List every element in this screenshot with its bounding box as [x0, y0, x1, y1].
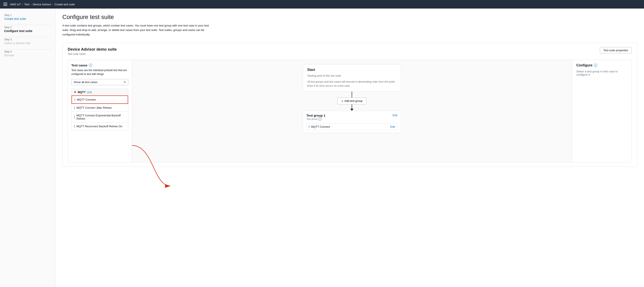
add-group-label: Add test group	[344, 99, 362, 102]
down-arrow	[350, 104, 354, 111]
suite-header: Device Advisor demo suite Test suite nam…	[68, 47, 632, 56]
test-case-mqtt-jitter-label: MQTT Connect Jitter Retries	[76, 106, 112, 109]
start-title: Start	[307, 68, 396, 72]
test-case-row-mqtt-connect: MQTT Connect Edit	[306, 123, 398, 130]
test-case-mqtt-connect-label: MQTT Connect	[77, 98, 96, 101]
mqtt-group-header: ▼ MQTT (14)	[72, 89, 128, 96]
mqtt-group-label: MQTT	[78, 90, 86, 94]
step-1: Step 1 Create test suite	[4, 14, 51, 20]
start-desc-2: All test groups and test cases will exec…	[307, 80, 396, 88]
breadcrumb-current: Create test suite	[54, 3, 75, 6]
test-cases-title: Test cases i	[71, 64, 128, 67]
breadcrumb-test[interactable]: Test	[24, 3, 30, 6]
step-3-title: Select a device role	[4, 42, 51, 45]
drag-handle-icon	[74, 98, 75, 101]
arrow-line	[352, 104, 352, 109]
suite-name-block: Device Advisor demo suite Test suite nam…	[68, 47, 116, 56]
page-description: A test suite contains test groups, which…	[62, 24, 212, 37]
step-3: Step 3 Select a device role	[4, 38, 51, 45]
sidebar: Step 1 Create test suite Step 2 Configur…	[0, 8, 56, 287]
breadcrumb-sep-1: ›	[22, 3, 23, 6]
configure-panel: Configure i Select a test group or test …	[572, 60, 632, 162]
breadcrumb-aws-iot[interactable]: AWS IoT	[10, 3, 21, 6]
step-4-title: Review	[4, 54, 51, 57]
top-bar: AWS IoT › Test › Device Advisor › Create…	[0, 0, 644, 8]
three-col-layout: Test cases i Test cases are the individu…	[68, 60, 632, 162]
group-info-icon[interactable]: i	[318, 117, 322, 121]
plus-icon: +	[342, 99, 343, 103]
hamburger-menu[interactable]	[4, 3, 7, 6]
configure-title: Configure i	[576, 64, 627, 67]
group-title-block: Test group 1 Test group i	[306, 114, 326, 121]
case-name: MQTT Connect	[311, 125, 330, 128]
step-3-label: Step 3	[4, 38, 51, 41]
test-case-mqtt-reconnect-label: MQTT Reconnect Backoff Retries On	[76, 125, 122, 128]
connector-line-1	[352, 92, 352, 98]
test-case-mqtt-reconnect[interactable]: MQTT Reconnect Backoff Retries On	[72, 122, 128, 130]
mqtt-test-group: ▼ MQTT (14) MQTT Connect MQTT Connect Ji…	[71, 88, 128, 130]
mqtt-collapse-icon[interactable]: ▼	[74, 90, 76, 94]
configure-hint: Select a test group or test case to conf…	[576, 70, 627, 76]
step-1-title[interactable]: Create test suite	[4, 17, 51, 20]
mqtt-count: (14)	[87, 90, 92, 94]
test-cases-description: Test cases are the individual prebuilt t…	[71, 68, 128, 76]
add-test-group-button[interactable]: + Add test group	[337, 98, 367, 104]
test-case-edit-button[interactable]: Edit	[390, 125, 395, 128]
drag-handle-icon	[74, 106, 75, 109]
breadcrumb-sep-3: ›	[52, 3, 53, 6]
test-case-mqtt-exponential[interactable]: MQTT Connect Exponential Backoff Retries	[72, 112, 128, 122]
case-row-left: MQTT Connect	[309, 125, 330, 128]
test-group-1-edit-button[interactable]: Edit	[393, 114, 398, 117]
test-cases-panel: Test cases i Test cases are the individu…	[68, 60, 132, 162]
test-group-1-box: Test group 1 Test group i Edit	[303, 111, 401, 133]
drag-handle-icon	[309, 125, 310, 128]
step-2-title: Configure test suite	[4, 29, 51, 33]
breadcrumb: AWS IoT › Test › Device Advisor › Create…	[10, 3, 75, 6]
drag-handle-icon	[74, 116, 75, 118]
main-content: Configure test suite A test suite contai…	[56, 8, 644, 287]
suite-card: Device Advisor demo suite Test suite nam…	[62, 43, 637, 167]
step-4-label: Step 4	[4, 50, 51, 53]
group-box-title: Test group 1	[306, 114, 326, 117]
step-1-label: Step 1	[4, 14, 51, 17]
suite-name-label: Test suite name	[68, 52, 116, 56]
test-cases-dropdown[interactable]: Show all test cases ▼	[71, 79, 128, 85]
start-box: Start Starting point of this test suite.…	[303, 64, 401, 92]
page-layout: Step 1 Create test suite Step 2 Configur…	[0, 8, 644, 287]
arrowhead-icon	[350, 109, 354, 111]
breadcrumb-device-advisor[interactable]: Device Advisor	[33, 3, 51, 6]
step-2-label: Step 2	[4, 26, 51, 29]
start-desc-1: Starting point of this test suite.	[307, 74, 396, 78]
test-cases-info-icon[interactable]: i	[89, 64, 92, 67]
test-case-mqtt-jitter[interactable]: MQTT Connect Jitter Retries	[72, 104, 128, 112]
test-case-mqtt-exponential-label: MQTT Connect Exponential Backoff Retries	[76, 114, 126, 120]
breadcrumb-sep-2: ›	[30, 3, 32, 6]
suite-title: Device Advisor demo suite	[68, 47, 116, 52]
group-box-header: Test group 1 Test group i Edit	[306, 114, 398, 121]
dropdown-value: Show all test cases	[74, 80, 97, 84]
step-2: Step 2 Configure test suite	[4, 26, 51, 33]
page-title: Configure test suite	[62, 14, 637, 20]
test-case-mqtt-connect[interactable]: MQTT Connect	[72, 96, 128, 104]
configure-info-icon[interactable]: i	[594, 64, 597, 67]
suite-properties-button[interactable]: Test suite properties	[600, 47, 632, 54]
drag-handle-icon	[74, 125, 75, 128]
group-label: Test group i	[306, 117, 326, 121]
chevron-down-icon: ▼	[124, 81, 126, 83]
canvas-area: Start Starting point of this test suite.…	[136, 64, 568, 133]
step-4: Step 4 Review	[4, 50, 51, 57]
test-suite-canvas: Start Starting point of this test suite.…	[132, 60, 572, 162]
